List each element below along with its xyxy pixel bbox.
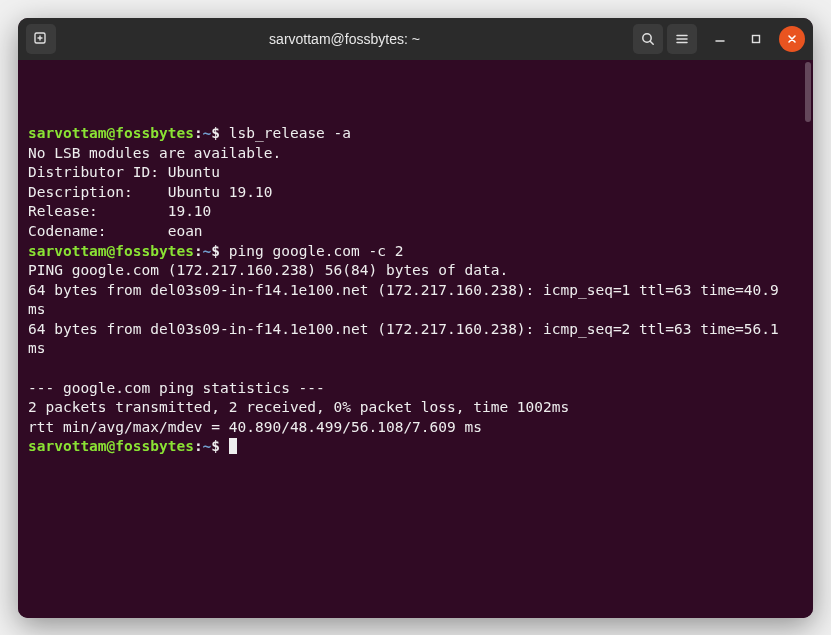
terminal-content: sarvottam@fossbytes:~$ lsb_release -aNo … — [28, 124, 795, 457]
terminal-line: Codename: eoan — [28, 222, 795, 242]
minimize-button[interactable] — [707, 26, 733, 52]
terminal-line: sarvottam@fossbytes:~$ — [28, 437, 795, 457]
prompt-dollar: $ — [211, 125, 228, 141]
hamburger-icon — [674, 31, 690, 47]
maximize-button[interactable] — [743, 26, 769, 52]
prompt-user-host: sarvottam@fossbytes — [28, 125, 194, 141]
output-text: rtt min/avg/max/mdev = 40.890/48.499/56.… — [28, 419, 482, 435]
output-text: 64 bytes from del03s09-in-f14.1e100.net … — [28, 282, 788, 318]
output-text: 2 packets transmitted, 2 received, 0% pa… — [28, 399, 569, 415]
output-text: Release: 19.10 — [28, 203, 211, 219]
prompt-dollar: $ — [211, 438, 228, 454]
prompt-user-host: sarvottam@fossbytes — [28, 438, 194, 454]
new-tab-button[interactable] — [26, 24, 56, 54]
prompt-dollar: $ — [211, 243, 228, 259]
output-text: 64 bytes from del03s09-in-f14.1e100.net … — [28, 321, 788, 357]
terminal-line: sarvottam@fossbytes:~$ lsb_release -a — [28, 124, 795, 144]
close-icon — [786, 33, 798, 45]
prompt-separator: : — [194, 125, 203, 141]
terminal-line: 2 packets transmitted, 2 received, 0% pa… — [28, 398, 795, 418]
terminal-line: Distributor ID: Ubuntu — [28, 163, 795, 183]
output-text: --- google.com ping statistics --- — [28, 380, 325, 396]
window-title: sarvottam@fossbytes: ~ — [64, 31, 625, 47]
prompt-separator: : — [194, 438, 203, 454]
output-text: Distributor ID: Ubuntu — [28, 164, 220, 180]
menu-button[interactable] — [667, 24, 697, 54]
terminal-line: --- google.com ping statistics --- — [28, 379, 795, 399]
terminal-line: Description: Ubuntu 19.10 — [28, 183, 795, 203]
search-button[interactable] — [633, 24, 663, 54]
terminal-window: sarvottam@fossbytes: ~ — [18, 18, 813, 618]
svg-rect-2 — [753, 35, 760, 42]
terminal-line: 64 bytes from del03s09-in-f14.1e100.net … — [28, 281, 795, 320]
terminal-area[interactable]: sarvottam@fossbytes:~$ lsb_release -aNo … — [18, 60, 813, 618]
maximize-icon — [750, 33, 762, 45]
terminal-line: PING google.com (172.217.160.238) 56(84)… — [28, 261, 795, 281]
terminal-line: Release: 19.10 — [28, 202, 795, 222]
new-tab-icon — [33, 31, 49, 47]
terminal-line: rtt min/avg/max/mdev = 40.890/48.499/56.… — [28, 418, 795, 438]
terminal-line: 64 bytes from del03s09-in-f14.1e100.net … — [28, 320, 795, 359]
prompt-separator: : — [194, 243, 203, 259]
output-text: PING google.com (172.217.160.238) 56(84)… — [28, 262, 508, 278]
command-text: lsb_release -a — [229, 125, 351, 141]
terminal-line: sarvottam@fossbytes:~$ ping google.com -… — [28, 242, 795, 262]
terminal-line: No LSB modules are available. — [28, 144, 795, 164]
prompt-user-host: sarvottam@fossbytes — [28, 243, 194, 259]
output-text — [28, 360, 37, 376]
titlebar: sarvottam@fossbytes: ~ — [18, 18, 813, 60]
scrollbar-thumb[interactable] — [805, 62, 811, 122]
terminal-line — [28, 359, 795, 379]
output-text: No LSB modules are available. — [28, 145, 281, 161]
cursor — [229, 438, 237, 454]
command-text: ping google.com -c 2 — [229, 243, 404, 259]
close-button[interactable] — [779, 26, 805, 52]
search-icon — [640, 31, 656, 47]
minimize-icon — [714, 33, 726, 45]
output-text: Description: Ubuntu 19.10 — [28, 184, 272, 200]
output-text: Codename: eoan — [28, 223, 203, 239]
